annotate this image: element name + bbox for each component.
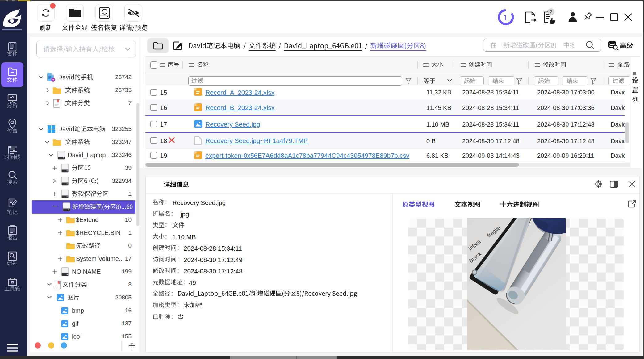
svg-text:?: ? (52, 78, 54, 81)
